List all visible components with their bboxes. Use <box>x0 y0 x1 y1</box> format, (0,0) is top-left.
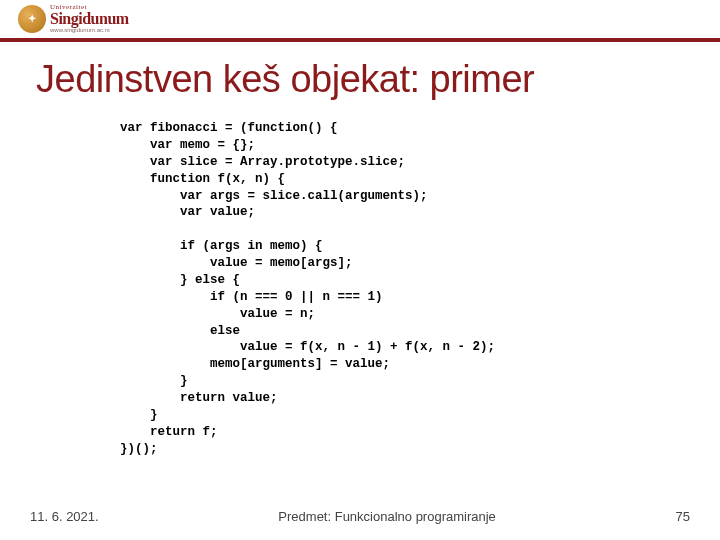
slide-title: Jedinstven keš objekat: primer <box>36 58 534 101</box>
footer: 11. 6. 2021. Predmet: Funkcionalno progr… <box>0 509 720 524</box>
header-bar: ✦ Univerzitet Singidunum www.singidunum.… <box>0 0 720 42</box>
footer-date: 11. 6. 2021. <box>30 509 99 524</box>
logo: ✦ Univerzitet Singidunum www.singidunum.… <box>18 4 129 33</box>
logo-name: Singidunum <box>50 11 129 27</box>
footer-subject: Predmet: Funkcionalno programiranje <box>99 509 676 524</box>
logo-icon: ✦ <box>18 5 46 33</box>
logo-text: Univerzitet Singidunum www.singidunum.ac… <box>50 4 129 33</box>
logo-url: www.singidunum.ac.rs <box>50 27 129 33</box>
code-block: var fibonacci = (function() { var memo =… <box>120 120 495 458</box>
footer-page: 75 <box>676 509 690 524</box>
